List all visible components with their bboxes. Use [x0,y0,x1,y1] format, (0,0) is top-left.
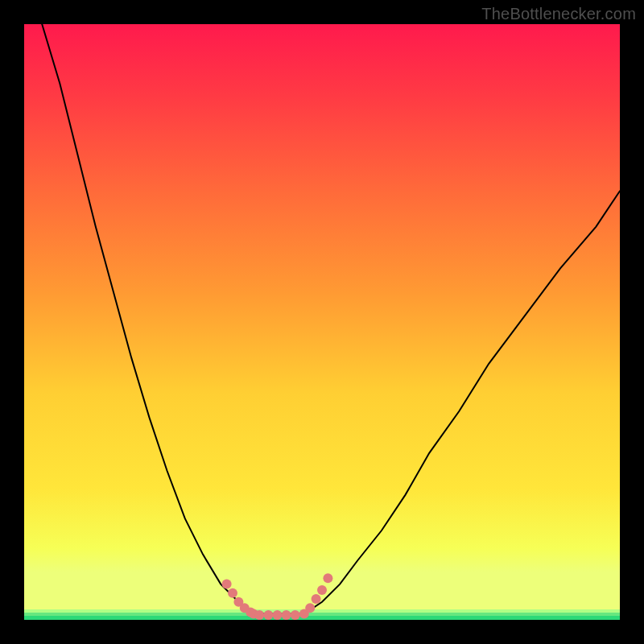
chart-frame: TheBottlenecker.com [0,0,644,644]
bottom-band-3 [24,616,620,620]
pink-marker [317,585,327,595]
pink-marker [273,610,283,620]
pink-marker [228,588,237,598]
pink-marker [222,580,232,589]
bottom-band-1 [24,609,620,613]
pink-marker [323,573,332,583]
chart-svg [24,24,620,620]
pink-marker [282,610,291,620]
watermark-text: TheBottlenecker.com [481,5,636,23]
pink-marker [305,603,315,613]
pink-marker [312,594,321,604]
bottom-band-2 [24,613,620,616]
gradient-background [24,24,620,620]
plot-area [24,24,620,620]
pink-marker [263,610,273,620]
pink-marker [291,610,300,620]
pink-marker [254,610,264,620]
